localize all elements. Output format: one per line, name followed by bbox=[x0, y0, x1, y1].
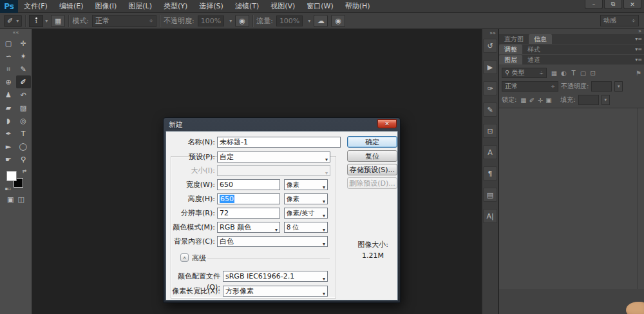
collapse-tools-icon[interactable]: «« bbox=[0, 29, 32, 37]
filter-type-layers-icon[interactable]: T bbox=[569, 70, 578, 77]
panel-menu-icon[interactable]: ▾≡ bbox=[635, 44, 642, 54]
zoom-tool[interactable]: ⚲ bbox=[16, 153, 31, 166]
brush-tool[interactable]: ✐ bbox=[16, 75, 31, 88]
clone-stamp-tool[interactable]: ♟ bbox=[1, 88, 16, 101]
expand-dock-icon[interactable]: »» bbox=[482, 29, 498, 39]
height-input[interactable]: 650 bbox=[217, 193, 280, 204]
chevron-down-icon[interactable]: ▾ bbox=[614, 81, 623, 92]
quick-mask-button[interactable]: ▣ bbox=[7, 195, 14, 204]
类型(Y)[interactable]: 类型(Y) bbox=[158, 0, 193, 13]
history-panel-icon[interactable]: ↺ bbox=[483, 39, 497, 53]
filter-smart-objects-icon[interactable]: ⊡ bbox=[588, 70, 598, 77]
minimize-button[interactable]: – bbox=[585, 0, 603, 9]
scrollbar[interactable] bbox=[637, 108, 638, 289]
chevron-down-icon[interactable]: ▾ bbox=[601, 95, 610, 105]
foreground-color-swatch[interactable] bbox=[6, 171, 17, 181]
pixel-aspect-select[interactable]: 方形像素▾ bbox=[223, 286, 328, 297]
lock-paint-icon[interactable]: ✐ bbox=[527, 97, 536, 104]
图像(I)[interactable]: 图像(I) bbox=[89, 0, 122, 13]
close-button[interactable]: ✕ bbox=[623, 0, 641, 9]
blur-tool[interactable]: ◗ bbox=[1, 114, 16, 127]
dodge-tool[interactable]: ◎ bbox=[16, 114, 31, 127]
chevron-down-icon[interactable]: ▾ bbox=[229, 18, 232, 24]
chevron-down-icon[interactable]: ▾ bbox=[45, 18, 48, 24]
paragraph-panel-icon[interactable]: ¶ bbox=[483, 166, 497, 181]
color-profile-select[interactable]: sRGB IEC61966-2.1▾ bbox=[223, 271, 328, 282]
bit-depth-select[interactable]: 8 位▾ bbox=[284, 222, 328, 233]
brush-tool-preset-button[interactable]: ✐ ▾ bbox=[4, 15, 22, 27]
图层[interactable]: 图层 bbox=[499, 55, 522, 64]
filter-pin-icon[interactable]: ⚑ bbox=[636, 70, 641, 77]
workspace-switcher[interactable]: 动感 ÷ bbox=[600, 15, 639, 26]
screen-mode-button[interactable]: ◫ bbox=[18, 195, 24, 204]
panel-menu-icon[interactable]: ▾≡ bbox=[635, 34, 642, 44]
通道[interactable]: 通道 bbox=[522, 55, 545, 64]
color-mode-select[interactable]: RGB 颜色▾ bbox=[217, 222, 280, 233]
视图(V)[interactable]: 视图(V) bbox=[265, 0, 301, 13]
gradient-tool[interactable]: ▨ bbox=[16, 101, 31, 114]
帮助(H)[interactable]: 帮助(H) bbox=[339, 0, 376, 13]
filter-adjustment-layers-icon[interactable]: ◐ bbox=[559, 70, 569, 77]
toggle-brush-panel-button[interactable]: ▦ bbox=[51, 15, 65, 27]
brush-preset-picker[interactable]: 1 bbox=[29, 15, 43, 27]
eyedropper-tool[interactable]: ✎ bbox=[16, 63, 31, 75]
layer-comps-panel-icon[interactable]: ▤ bbox=[483, 188, 497, 202]
reset-button[interactable]: 复位 bbox=[347, 150, 397, 162]
brush-presets-panel-icon[interactable]: ✎ bbox=[483, 103, 497, 117]
type-tool[interactable]: T bbox=[16, 127, 31, 140]
name-input[interactable]: 未标题-1 bbox=[217, 137, 341, 148]
layer-filter-select[interactable]: ⚲ 类型 ÷ bbox=[502, 68, 547, 78]
lock-all-icon[interactable]: ▣ bbox=[544, 97, 553, 104]
restore-button[interactable]: ⧉ bbox=[604, 0, 622, 9]
character-styles-panel-icon[interactable]: A| bbox=[483, 209, 497, 223]
save-preset-button[interactable]: 存储预设(S)... bbox=[347, 164, 397, 175]
lock-transparency-icon[interactable]: ▦ bbox=[519, 97, 527, 104]
dialog-title-bar[interactable]: 新建 ✕ bbox=[164, 118, 400, 131]
信息[interactable]: 信息 bbox=[529, 34, 552, 44]
crop-tool[interactable]: ⌗ bbox=[1, 63, 16, 75]
actions-panel-icon[interactable]: ▶ bbox=[483, 60, 497, 74]
直方图[interactable]: 直方图 bbox=[499, 34, 529, 44]
filter-shape-layers-icon[interactable]: ▢ bbox=[578, 70, 588, 77]
eraser-tool[interactable]: ▰ bbox=[1, 101, 16, 114]
lasso-tool[interactable]: ∽ bbox=[1, 50, 16, 63]
panel-menu-icon[interactable]: ▾≡ bbox=[635, 55, 642, 64]
编辑(E)[interactable]: 编辑(E) bbox=[53, 0, 90, 13]
样式[interactable]: 样式 bbox=[522, 44, 545, 54]
ok-button[interactable]: 确定 bbox=[347, 136, 397, 148]
width-input[interactable]: 650 bbox=[217, 179, 280, 190]
quick-selection-tool[interactable]: ✶ bbox=[16, 50, 31, 63]
lock-position-icon[interactable]: ✛ bbox=[536, 97, 544, 104]
character-panel-icon[interactable]: A bbox=[483, 145, 497, 159]
swap-colors-icon[interactable]: ⇄ bbox=[23, 168, 27, 174]
background-contents-select[interactable]: 白色▾ bbox=[217, 236, 328, 247]
flow-input[interactable]: 100% bbox=[276, 15, 303, 26]
pen-tool[interactable]: ✒ bbox=[1, 127, 16, 140]
文件(F)[interactable]: 文件(F) bbox=[18, 0, 53, 13]
spot-healing-brush-tool[interactable]: ⊕ bbox=[1, 75, 16, 88]
hand-tool[interactable]: ☛ bbox=[1, 153, 16, 166]
pressure-size-icon[interactable]: ◉ bbox=[331, 15, 345, 27]
filter-pixel-layers-icon[interactable]: ▦ bbox=[549, 70, 559, 77]
调整[interactable]: 调整 bbox=[499, 44, 522, 54]
path-selection-tool[interactable]: ► bbox=[1, 140, 16, 153]
layer-blend-mode-select[interactable]: 正常 ÷ bbox=[502, 81, 558, 92]
history-brush-tool[interactable]: ↶ bbox=[16, 88, 31, 101]
图层(L)[interactable]: 图层(L) bbox=[122, 0, 158, 13]
chevron-down-icon[interactable]: ▾ bbox=[308, 18, 310, 24]
advanced-collapse-button[interactable]: ʌ bbox=[180, 253, 189, 262]
default-colors-icon[interactable]: ▪▫ bbox=[5, 186, 12, 191]
clone-source-panel-icon[interactable]: ⊡ bbox=[483, 124, 497, 138]
rectangular-marquee-tool[interactable]: ▢ bbox=[1, 37, 16, 50]
blend-mode-select[interactable]: 正常 ÷ bbox=[92, 15, 156, 27]
opacity-input[interactable]: 100% bbox=[198, 15, 224, 26]
pressure-opacity-icon[interactable]: ◉ bbox=[235, 15, 249, 27]
ellipse-tool[interactable]: ◯ bbox=[16, 140, 31, 153]
layer-opacity-input[interactable] bbox=[591, 81, 612, 92]
width-unit-select[interactable]: 像素▾ bbox=[284, 179, 328, 190]
height-unit-select[interactable]: 像素▾ bbox=[284, 193, 328, 204]
preset-select[interactable]: 自定▾ bbox=[217, 152, 330, 162]
resolution-unit-select[interactable]: 像素/英寸▾ bbox=[284, 208, 328, 219]
airbrush-icon[interactable]: ☁ bbox=[314, 15, 328, 27]
窗口(W)[interactable]: 窗口(W) bbox=[301, 0, 339, 13]
